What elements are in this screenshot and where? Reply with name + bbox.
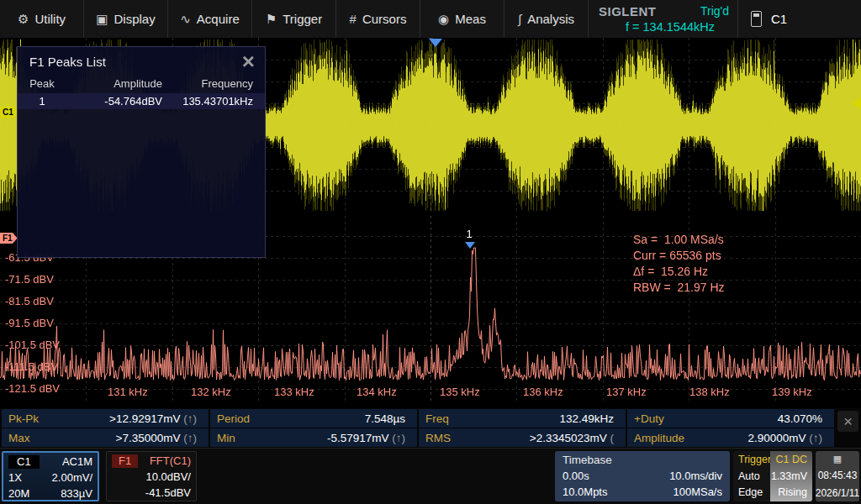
fft-info-line: Sa = 1.00 MSa/s bbox=[633, 232, 725, 248]
trigger-level-marker[interactable] bbox=[852, 97, 861, 109]
measurement-label: Max bbox=[8, 432, 30, 444]
measurement-value: 2.90000mV bbox=[747, 432, 806, 444]
peaks-column-frequency: Frequency bbox=[166, 77, 260, 92]
peaks-row[interactable]: 1-54.764dBV135.43701kHz bbox=[18, 93, 265, 109]
measurement-amplitude[interactable]: Amplitude2.90000mV (↑) bbox=[627, 428, 834, 447]
measurement-freq[interactable]: Freq132.49kHz bbox=[419, 409, 626, 428]
channel-c1-box[interactable]: C1 AC1M 1X 2.00mV/ 20M 833µV bbox=[2, 451, 99, 501]
timebase-box[interactable]: Timebase 0.00s 10.0ms/div 10.0Mpts 100MS… bbox=[555, 451, 730, 501]
measurement-value: 7.548µs bbox=[365, 412, 405, 425]
analysis-icon: ∫ bbox=[518, 12, 521, 26]
c1-scale: 2.00mV/ bbox=[52, 471, 92, 484]
menu-item-label: Display bbox=[114, 12, 156, 26]
trigger-mode: Auto bbox=[738, 470, 770, 482]
measurement-value: >2.3345023mV bbox=[530, 432, 607, 444]
trigger-title: Trigger bbox=[738, 454, 770, 465]
menu-strip: ⚙Utility▣Display∿Acquire⚑Trigger#Cursors… bbox=[0, 0, 589, 38]
measurement-value: >12.92917mV bbox=[109, 412, 180, 425]
fft-x-label: 135 kHz bbox=[440, 386, 480, 398]
measurement-label: Min bbox=[217, 432, 235, 444]
trigger-type: Edge bbox=[738, 486, 770, 498]
fft-x-label: 134 kHz bbox=[357, 386, 397, 398]
oscilloscope-screen: ⚙Utility▣Display∿Acquire⚑Trigger#Cursors… bbox=[0, 0, 861, 504]
timebase-delay: 0.00s bbox=[563, 470, 589, 482]
peaks-cell: 135.43701kHz bbox=[166, 95, 260, 108]
trigger-box-right: C1 DC 1.33mV Rising bbox=[770, 451, 812, 501]
clock-box[interactable]: ▦ 08:45:43 2026/1/11 bbox=[816, 451, 859, 501]
measurement-flag: (↑) bbox=[806, 432, 823, 444]
fft-x-label: 136 kHz bbox=[523, 386, 563, 398]
menu-item-analysis[interactable]: ∫Analysis bbox=[504, 0, 589, 38]
fft-info-line: Curr = 65536 pts bbox=[633, 248, 725, 264]
fft-y-label: -81.5 dBV bbox=[5, 295, 54, 307]
bottom-status-bar: C1 AC1M 1X 2.00mV/ 20M 833µV F1 FFT(C1) … bbox=[0, 448, 861, 504]
display-icon: ▣ bbox=[96, 12, 108, 27]
menu-item-meas[interactable]: ◉Meas bbox=[420, 0, 504, 38]
peaks-list-panel: F1 Peaks List × PeakAmplitudeFrequency 1… bbox=[17, 46, 266, 258]
peaks-table-header: PeakAmplitudeFrequency bbox=[18, 77, 265, 92]
gear-icon: ⚙ bbox=[18, 12, 29, 27]
trigger-status-readout: Trig'd bbox=[700, 4, 729, 18]
meter-icon: ◉ bbox=[438, 12, 449, 27]
menu-item-label: Trigger bbox=[283, 12, 322, 26]
fft-x-label: 138 kHz bbox=[689, 386, 730, 398]
close-icon[interactable]: × bbox=[242, 49, 255, 74]
f1-function: FFT(C1) bbox=[150, 454, 191, 467]
timebase-title: Timebase bbox=[563, 454, 722, 466]
peaks-column-peak: Peak bbox=[18, 77, 66, 92]
measurement-label: Period bbox=[217, 412, 250, 425]
cursors-icon: # bbox=[350, 12, 357, 26]
active-channel-label: C1 bbox=[771, 12, 787, 26]
menu-item-label: Analysis bbox=[527, 12, 574, 26]
trigger-box[interactable]: Trigger Auto Edge C1 DC 1.33mV Rising bbox=[733, 451, 812, 501]
flag-icon: ⚑ bbox=[266, 12, 277, 27]
fft-peak-marker-label: 1 bbox=[462, 228, 477, 240]
clock-date: 2026/1/11 bbox=[816, 487, 860, 499]
menu-item-cursors[interactable]: #Cursors bbox=[336, 0, 420, 38]
peaks-column-amplitude: Amplitude bbox=[66, 77, 166, 92]
peaks-panel-title: F1 Peaks List bbox=[29, 55, 106, 69]
fft-x-label: 133 kHz bbox=[274, 386, 314, 398]
fft-y-label: -91.5 dBV bbox=[5, 317, 54, 329]
menu-item-label: Acquire bbox=[197, 12, 240, 26]
c1-probe: 1X bbox=[8, 471, 22, 484]
measurement-label: Pk-Pk bbox=[8, 412, 39, 425]
fft-y-label: -101.5 dBV bbox=[5, 339, 60, 351]
frequency-counter-readout: f = 134.1544kHz bbox=[626, 20, 715, 34]
trigger-source: C1 DC bbox=[770, 454, 807, 465]
fft-peak-marker-icon bbox=[465, 242, 475, 249]
brand-zone: SIGLENT Trig'd f = 134.1544kHz bbox=[589, 0, 738, 38]
fft-x-label: 132 kHz bbox=[191, 386, 231, 398]
peaks-cell: 1 bbox=[18, 95, 66, 108]
c1-coupling: AC1M bbox=[62, 455, 92, 468]
measurement-max[interactable]: Max>7.35000mV (↑) bbox=[2, 428, 209, 447]
math-f1-box[interactable]: F1 FFT(C1) 10.0dBV/ -41.5dBV bbox=[106, 451, 197, 501]
c1-badge: C1 bbox=[8, 455, 40, 469]
measurement-label: Amplitude bbox=[634, 432, 684, 444]
measurement-value: 132.49kHz bbox=[559, 412, 614, 425]
trigger-position-marker[interactable] bbox=[429, 39, 442, 47]
close-icon[interactable]: × bbox=[837, 411, 858, 432]
fft-x-label: 137 kHz bbox=[606, 386, 647, 398]
menu-item-utility[interactable]: ⚙Utility bbox=[0, 0, 84, 38]
device-icon bbox=[751, 11, 762, 27]
f1-badge: F1 bbox=[112, 454, 138, 468]
menu-item-display[interactable]: ▣Display bbox=[84, 0, 168, 38]
timebase-points: 10.0Mpts bbox=[563, 486, 607, 498]
peaks-table-body: 1-54.764dBV135.43701kHz bbox=[18, 93, 265, 109]
measurement-value: 43.070% bbox=[778, 412, 822, 425]
grid-icon: ▦ bbox=[833, 454, 842, 464]
measurement-min[interactable]: Min-5.57917mV (↑) bbox=[210, 428, 417, 447]
measurement-period[interactable]: Period7.548µs bbox=[210, 409, 417, 428]
channel-indicator-zone[interactable]: C1 bbox=[737, 0, 861, 38]
measurement-pk-pk[interactable]: Pk-Pk>12.92917mV (↑) bbox=[2, 409, 209, 428]
measurement--duty[interactable]: +Duty43.070% bbox=[627, 409, 834, 428]
measurement-rms[interactable]: RMS>2.3345023mV ( bbox=[419, 428, 626, 447]
menu-item-acquire[interactable]: ∿Acquire bbox=[168, 0, 252, 38]
fft-acquisition-info: Sa = 1.00 MSa/sCurr = 65536 ptsΔf = 15.2… bbox=[633, 232, 725, 296]
measurement-label: RMS bbox=[425, 432, 451, 444]
brand-logo: SIGLENT bbox=[599, 4, 657, 18]
measurements-row: Pk-Pk>12.92917mV (↑)Period7.548µsFreq132… bbox=[2, 409, 834, 428]
menu-item-trigger[interactable]: ⚑Trigger bbox=[252, 0, 336, 38]
fft-y-label: -71.5 dBV bbox=[5, 273, 54, 286]
